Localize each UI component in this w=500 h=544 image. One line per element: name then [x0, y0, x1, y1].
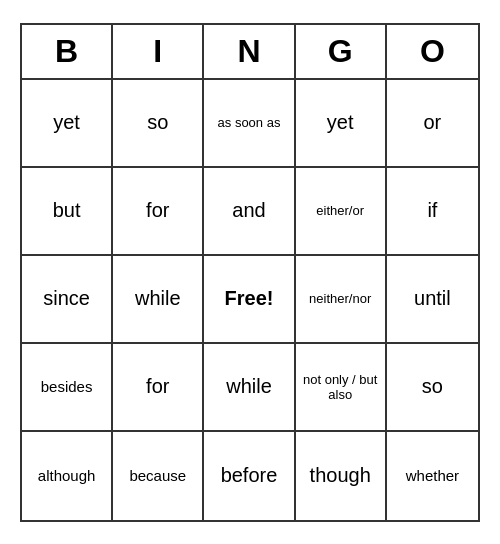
header-letter: N — [204, 25, 295, 78]
grid-cell: though — [296, 432, 387, 520]
grid-cell: while — [113, 256, 204, 344]
grid-cell: yet — [22, 80, 113, 168]
grid-cell: as soon as — [204, 80, 295, 168]
grid-cell: neither/nor — [296, 256, 387, 344]
header-letter: I — [113, 25, 204, 78]
bingo-card: BINGO yetsoas soon asyetorbutforandeithe… — [20, 23, 480, 522]
grid-cell: whether — [387, 432, 478, 520]
grid-cell: because — [113, 432, 204, 520]
grid-cell: so — [387, 344, 478, 432]
grid-cell: for — [113, 344, 204, 432]
header-letter: O — [387, 25, 478, 78]
grid-cell: yet — [296, 80, 387, 168]
grid-cell: either/or — [296, 168, 387, 256]
grid-cell: before — [204, 432, 295, 520]
grid-cell: or — [387, 80, 478, 168]
grid-cell: besides — [22, 344, 113, 432]
bingo-header: BINGO — [22, 25, 478, 80]
grid-cell: if — [387, 168, 478, 256]
grid-cell: until — [387, 256, 478, 344]
grid-cell: so — [113, 80, 204, 168]
grid-cell: but — [22, 168, 113, 256]
grid-cell: Free! — [204, 256, 295, 344]
grid-cell: while — [204, 344, 295, 432]
header-letter: B — [22, 25, 113, 78]
header-letter: G — [296, 25, 387, 78]
grid-cell: not only / but also — [296, 344, 387, 432]
bingo-grid: yetsoas soon asyetorbutforandeither/orif… — [22, 80, 478, 520]
grid-cell: for — [113, 168, 204, 256]
grid-cell: since — [22, 256, 113, 344]
grid-cell: and — [204, 168, 295, 256]
grid-cell: although — [22, 432, 113, 520]
